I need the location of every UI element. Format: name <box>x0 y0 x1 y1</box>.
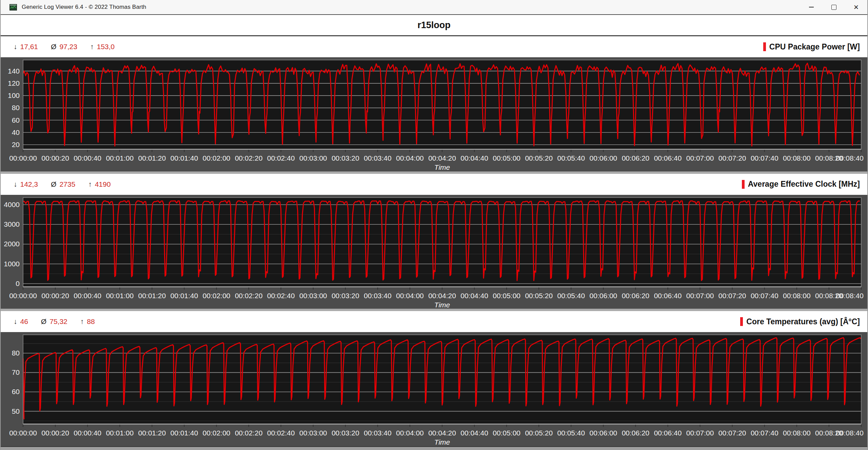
svg-text:00:03:20: 00:03:20 <box>332 429 359 437</box>
svg-text:00:00:40: 00:00:40 <box>74 429 101 437</box>
close-icon: ✕ <box>853 4 859 11</box>
chart-panels: ↓17,61 Ø97,23 ↑153,0 CPU Package Power [… <box>1 36 867 450</box>
svg-text:80: 80 <box>12 104 20 111</box>
svg-text:00:08:00: 00:08:00 <box>783 154 811 162</box>
svg-text:60: 60 <box>12 388 20 396</box>
svg-text:120: 120 <box>8 79 20 87</box>
svg-text:00:04:20: 00:04:20 <box>428 429 456 437</box>
svg-text:00:07:20: 00:07:20 <box>718 291 746 299</box>
svg-text:00:08:00: 00:08:00 <box>783 429 811 437</box>
svg-text:00:01:40: 00:01:40 <box>171 291 198 299</box>
svg-text:00:00:40: 00:00:40 <box>74 291 101 299</box>
svg-text:00:03:40: 00:03:40 <box>364 429 392 437</box>
svg-text:00:02:40: 00:02:40 <box>267 429 295 437</box>
chart-core-temperatures[interactable]: 8070605000:00:0000:00:2000:00:4000:01:00… <box>1 332 867 446</box>
svg-text:00:04:40: 00:04:40 <box>460 154 488 162</box>
series-label: Core Temperatures (avg) [Â°C] <box>740 317 867 326</box>
svg-text:Time: Time <box>434 163 450 171</box>
maximize-button[interactable] <box>823 0 845 14</box>
svg-text:0: 0 <box>16 280 20 287</box>
svg-text:00:01:20: 00:01:20 <box>138 154 166 162</box>
svg-text:00:02:40: 00:02:40 <box>267 291 295 299</box>
svg-text:00:03:00: 00:03:00 <box>299 291 327 299</box>
svg-text:00:05:00: 00:05:00 <box>493 291 520 299</box>
series-color-bar <box>763 42 766 51</box>
svg-text:00:07:00: 00:07:00 <box>686 154 714 162</box>
chart-average-effective-clock[interactable]: 4000300020001000000:00:0000:00:2000:00:4… <box>1 195 867 309</box>
svg-text:00:00:00: 00:00:00 <box>9 154 37 162</box>
close-button[interactable]: ✕ <box>845 0 867 14</box>
svg-text:00:06:20: 00:06:20 <box>622 154 650 162</box>
svg-text:00:05:40: 00:05:40 <box>557 154 585 162</box>
avg-icon: Ø <box>51 43 56 51</box>
svg-text:00:07:20: 00:07:20 <box>718 154 746 162</box>
svg-text:00:05:20: 00:05:20 <box>525 154 553 162</box>
series-label: CPU Package Power [W] <box>763 42 867 52</box>
app-icon <box>9 4 17 11</box>
min-arrow-icon: ↓ <box>14 180 17 188</box>
svg-text:00:06:40: 00:06:40 <box>654 429 682 437</box>
svg-text:00:02:00: 00:02:00 <box>203 154 231 162</box>
svg-text:70: 70 <box>12 369 20 376</box>
svg-text:00:05:20: 00:05:20 <box>525 429 553 437</box>
svg-text:00:07:40: 00:07:40 <box>751 429 778 437</box>
stat-avg: Ø97,23 <box>51 43 77 51</box>
svg-text:00:02:20: 00:02:20 <box>235 154 263 162</box>
svg-text:00:07:00: 00:07:00 <box>686 429 714 437</box>
svg-text:140: 140 <box>8 67 20 75</box>
svg-text:100: 100 <box>8 91 20 99</box>
app-window: Generic Log Viewer 6.4 - © 2022 Thomas B… <box>0 0 868 450</box>
svg-text:00:08:40: 00:08:40 <box>836 154 864 162</box>
series-label-text: Average Effective Clock [MHz] <box>748 180 860 189</box>
svg-text:00:04:40: 00:04:40 <box>460 429 488 437</box>
panel-core-temperatures: ↓46 Ø75,32 ↑88 Core Temperatures (avg) [… <box>1 311 867 446</box>
series-label-text: CPU Package Power [W] <box>769 42 860 52</box>
stat-max: ↑88 <box>80 318 95 326</box>
svg-text:00:06:20: 00:06:20 <box>622 291 650 299</box>
window-title: Generic Log Viewer 6.4 - © 2022 Thomas B… <box>22 4 146 11</box>
series-color-bar <box>740 317 743 326</box>
stat-min: ↓46 <box>14 318 28 326</box>
panel-separator <box>1 171 867 174</box>
log-header: r15loop <box>1 15 867 36</box>
panel-average-effective-clock: ↓142,3 Ø2735 ↑4190 Average Effective Clo… <box>1 174 867 309</box>
svg-text:80: 80 <box>12 349 20 357</box>
svg-text:00:00:20: 00:00:20 <box>41 291 69 299</box>
panel-info-row: ↓142,3 Ø2735 ↑4190 Average Effective Clo… <box>1 174 867 195</box>
svg-text:00:04:40: 00:04:40 <box>460 291 488 299</box>
svg-text:00:06:20: 00:06:20 <box>622 429 650 437</box>
svg-text:00:01:20: 00:01:20 <box>138 291 166 299</box>
svg-text:00:01:00: 00:01:00 <box>106 429 134 437</box>
svg-text:1000: 1000 <box>4 260 20 267</box>
svg-text:00:00:00: 00:00:00 <box>9 429 37 437</box>
svg-text:00:04:00: 00:04:00 <box>396 154 424 162</box>
window-bottom-edge <box>1 446 867 450</box>
svg-text:00:07:40: 00:07:40 <box>751 291 778 299</box>
stat-min: ↓17,61 <box>14 43 38 51</box>
panel-cpu-package-power: ↓17,61 Ø97,23 ↑153,0 CPU Package Power [… <box>1 36 867 171</box>
stats-group: ↓17,61 Ø97,23 ↑153,0 <box>1 43 115 51</box>
stat-max: ↑4190 <box>88 180 111 188</box>
series-label-text: Core Temperatures (avg) [Â°C] <box>746 317 860 326</box>
svg-text:2000: 2000 <box>4 240 20 248</box>
svg-text:00:07:20: 00:07:20 <box>718 429 746 437</box>
stat-avg: Ø2735 <box>51 180 75 188</box>
svg-text:Time: Time <box>434 438 450 446</box>
series-label: Average Effective Clock [MHz] <box>742 180 867 189</box>
svg-text:4000: 4000 <box>4 201 20 208</box>
svg-text:00:05:20: 00:05:20 <box>525 291 553 299</box>
panel-info-row: ↓46 Ø75,32 ↑88 Core Temperatures (avg) [… <box>1 311 867 332</box>
svg-text:00:00:20: 00:00:20 <box>41 429 69 437</box>
svg-text:00:01:40: 00:01:40 <box>171 429 198 437</box>
avg-icon: Ø <box>51 180 56 188</box>
svg-text:00:04:20: 00:04:20 <box>428 154 456 162</box>
svg-text:00:08:00: 00:08:00 <box>783 291 811 299</box>
svg-text:00:06:00: 00:06:00 <box>590 291 617 299</box>
stat-max: ↑153,0 <box>90 43 115 51</box>
chart-cpu-package-power[interactable]: 1401201008060402000:00:0000:00:2000:00:4… <box>1 57 867 171</box>
page-title: r15loop <box>417 20 451 30</box>
svg-text:00:07:40: 00:07:40 <box>751 154 778 162</box>
svg-text:00:05:40: 00:05:40 <box>557 429 585 437</box>
svg-text:00:00:00: 00:00:00 <box>9 291 37 299</box>
minimize-button[interactable] <box>800 0 823 14</box>
